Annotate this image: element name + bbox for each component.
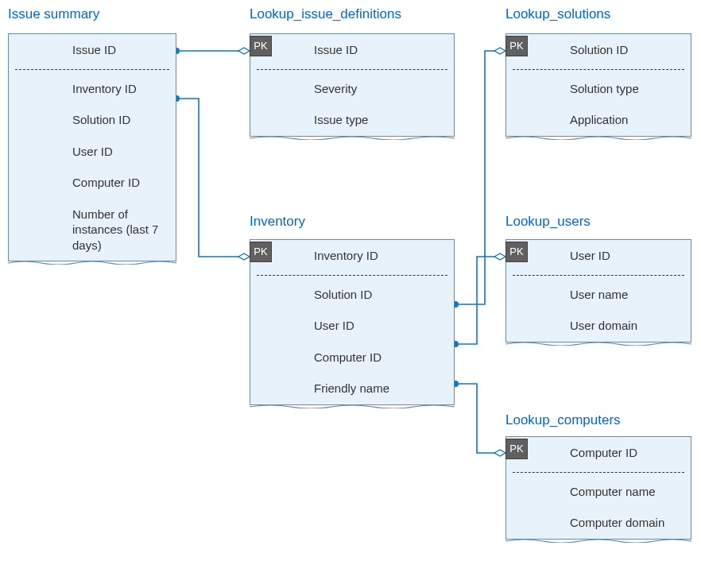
pk-separator	[257, 69, 447, 70]
field-issue-type: Issue type	[250, 104, 454, 136]
field-issue-id: Issue ID	[9, 34, 176, 66]
pk-badge: PK	[505, 242, 528, 262]
erd-canvas: { "issue_summary": { "title": "Issue sum…	[0, 0, 701, 588]
field-computer-id: Computer ID	[9, 167, 176, 199]
pk-separator	[513, 69, 684, 70]
field-solution-id: Solution ID	[250, 279, 454, 311]
field-label: User ID	[570, 249, 610, 262]
field-user-name: User name	[506, 279, 691, 311]
field-solution-id: PK Solution ID	[506, 34, 691, 66]
entity-inventory: PK Inventory ID Solution ID User ID Comp…	[250, 239, 455, 405]
entity-title-issue-summary: Issue summary	[8, 6, 99, 22]
entity-lookup-issue-definitions: PK Issue ID Severity Issue type	[250, 33, 455, 137]
entity-title-lookup-solutions: Lookup_solutions	[505, 6, 610, 22]
pk-separator	[15, 69, 169, 70]
field-label: Computer ID	[570, 446, 637, 459]
entity-title-inventory: Inventory	[250, 214, 305, 230]
entity-title-lookup-computers: Lookup_computers	[505, 412, 621, 428]
pk-separator	[257, 275, 447, 276]
field-computer-domain: Computer domain	[506, 507, 691, 539]
pk-badge: PK	[250, 242, 272, 262]
pk-separator	[513, 472, 684, 473]
entity-title-lookup-users: Lookup_users	[505, 214, 591, 230]
field-user-id: PK User ID	[506, 240, 691, 272]
field-solution-id: Solution ID	[9, 104, 176, 136]
field-application: Application	[506, 104, 691, 136]
field-computer-name: Computer name	[506, 476, 691, 508]
entity-lookup-users: PK User ID User name User domain	[505, 239, 691, 342]
entity-lookup-solutions: PK Solution ID Solution type Application	[505, 33, 691, 137]
entity-title-lookup-issue-definitions: Lookup_issue_definitions	[250, 6, 401, 22]
field-label: Inventory ID	[314, 249, 378, 262]
pk-separator	[513, 275, 684, 276]
field-computer-id: PK Computer ID	[506, 437, 691, 469]
field-label: Issue ID	[314, 43, 358, 56]
field-user-id: User ID	[250, 310, 454, 342]
field-issue-id: PK Issue ID	[250, 34, 454, 66]
field-user-id: User ID	[9, 136, 176, 168]
field-user-domain: User domain	[506, 310, 691, 342]
pk-badge: PK	[505, 439, 528, 459]
field-computer-id: Computer ID	[250, 342, 454, 373]
field-solution-type: Solution type	[506, 73, 691, 105]
field-inventory-id: Inventory ID	[9, 73, 176, 105]
field-inventory-id: PK Inventory ID	[250, 240, 454, 272]
field-friendly-name: Friendly name	[250, 373, 454, 404]
pk-badge: PK	[250, 36, 272, 56]
field-severity: Severity	[250, 73, 454, 105]
entity-issue-summary: Issue ID Inventory ID Solution ID User I…	[8, 33, 176, 261]
field-instances-count: Number of instances (last 7 days)	[9, 199, 176, 261]
entity-lookup-computers: PK Computer ID Computer name Computer do…	[505, 436, 691, 540]
field-label: Solution ID	[570, 43, 628, 56]
pk-badge: PK	[505, 36, 528, 56]
